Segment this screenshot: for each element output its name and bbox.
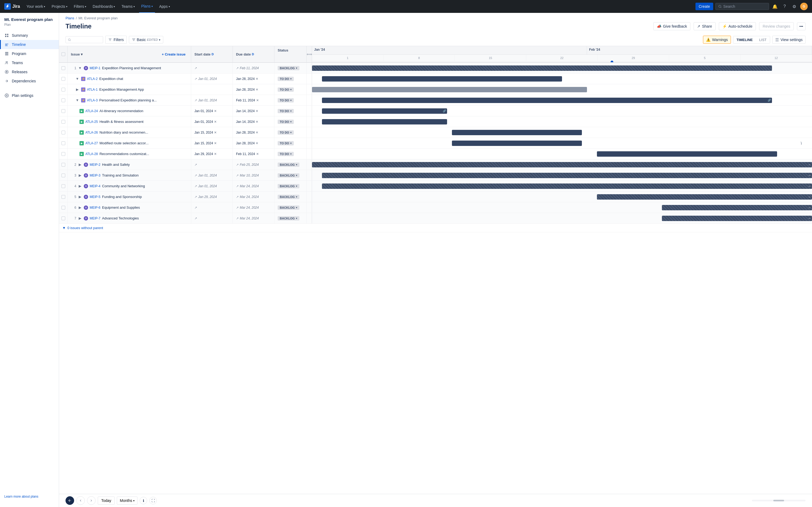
expand-button[interactable]: ▶ xyxy=(78,173,82,178)
issue-key[interactable]: ATLA-24 xyxy=(85,109,98,113)
review-changes-button[interactable]: Review changes xyxy=(759,22,794,30)
breadcrumb-plans-link[interactable]: Plans xyxy=(65,16,74,20)
issue-key[interactable]: ATLA-25 xyxy=(85,120,98,124)
sidebar-item-dependencies[interactable]: Dependencies xyxy=(0,76,59,86)
nav-teams[interactable]: Teams ▾ xyxy=(119,0,137,13)
status-badge[interactable]: TO DO ▾ xyxy=(277,130,294,135)
basic-filter-button[interactable]: Basic EDITED ▾ xyxy=(129,36,163,44)
expand-button[interactable]: ▶ xyxy=(78,216,82,221)
status-badge[interactable]: TO DO ▾ xyxy=(277,120,294,124)
gantt-bar[interactable] xyxy=(322,76,562,81)
status-badge[interactable]: TO DO ▾ xyxy=(277,141,294,146)
start-date-sort[interactable]: D xyxy=(212,53,214,56)
sidebar-footer-link[interactable]: Learn more about plans xyxy=(0,490,59,503)
filters-button[interactable]: Filters xyxy=(105,36,127,44)
timeline-view-button[interactable]: TIMELINE xyxy=(733,36,756,44)
issue-key[interactable]: ATLA-28 xyxy=(85,152,98,156)
issue-key[interactable]: MEIP-5 xyxy=(90,195,100,199)
nav-prev-button[interactable] xyxy=(76,496,85,505)
app-logo[interactable]: Jira xyxy=(4,3,20,10)
sidebar-item-timeline[interactable]: Timeline xyxy=(0,40,59,49)
fullscreen-button[interactable]: ⛶ xyxy=(149,497,157,504)
gantt-bar[interactable]: 🔗 xyxy=(322,98,772,103)
search-input[interactable] xyxy=(723,4,766,9)
status-badge[interactable]: BACKLOG ▾ xyxy=(277,184,299,188)
status-badge[interactable]: TO DO ▾ xyxy=(277,88,294,92)
settings-icon[interactable]: ⚙ xyxy=(791,3,798,10)
create-issue-button[interactable]: + Create issue xyxy=(159,51,188,57)
due-date-sort[interactable]: D xyxy=(252,53,254,56)
status-badge[interactable]: BACKLOG ▾ xyxy=(277,216,299,221)
sidebar-item-program[interactable]: Program xyxy=(0,49,59,58)
status-badge[interactable]: TO DO ▾ xyxy=(277,109,294,113)
expand-button[interactable]: ▶ xyxy=(78,163,82,167)
status-badge[interactable]: BACKLOG ▾ xyxy=(277,163,299,167)
expand-button[interactable]: ▶ xyxy=(78,195,82,199)
warnings-button[interactable]: ⚠️ Warnings xyxy=(703,36,731,44)
sidebar-item-plan-settings[interactable]: Plan settings xyxy=(0,91,59,100)
sidebar-item-teams[interactable]: Teams xyxy=(0,58,59,67)
nav-apps[interactable]: Apps ▾ xyxy=(157,0,172,13)
issue-key[interactable]: MEIP-2 xyxy=(90,163,100,167)
issue-key[interactable]: MEIP-1 xyxy=(90,66,100,70)
select-all-checkbox[interactable] xyxy=(61,52,65,56)
user-avatar[interactable]: G xyxy=(800,3,808,10)
expand-button[interactable]: ▶ xyxy=(78,184,82,188)
issue-search-box[interactable] xyxy=(65,36,103,43)
col-resize-handle[interactable]: ⟺ xyxy=(307,46,312,62)
share-button[interactable]: ↗ Share xyxy=(694,22,715,30)
gantt-bar[interactable]: → xyxy=(662,205,812,210)
issues-without-parent-row[interactable]: ▼ 0 issues without parent xyxy=(59,224,812,232)
view-settings-button[interactable]: View settings xyxy=(772,36,806,44)
issue-key[interactable]: MEIP-7 xyxy=(90,217,100,220)
nav-first-button[interactable] xyxy=(65,496,74,505)
gantt-bar[interactable]: → xyxy=(312,162,812,167)
gantt-bar[interactable] xyxy=(312,87,587,92)
nav-your-work[interactable]: Your work ▾ xyxy=(24,0,47,13)
status-badge[interactable]: TO DO ▾ xyxy=(277,152,294,156)
expand-button[interactable]: ▼ xyxy=(75,77,80,81)
issue-key[interactable]: ATLA-1 xyxy=(87,88,98,92)
expand-button[interactable]: ▼ xyxy=(75,98,80,103)
nav-filters[interactable]: Filters ▾ xyxy=(72,0,88,13)
auto-schedule-button[interactable]: ⚡ Auto-schedule xyxy=(719,22,756,30)
scroll-track[interactable] xyxy=(752,500,806,501)
status-badge[interactable]: BACKLOG ▾ xyxy=(277,206,299,210)
gantt-bar[interactable] xyxy=(452,140,582,146)
nav-plans[interactable]: Plans ▾ xyxy=(139,0,155,13)
gantt-bar[interactable]: 🔗 xyxy=(322,108,447,114)
expand-button[interactable]: ▶ xyxy=(75,88,80,92)
status-badge[interactable]: TO DO ▾ xyxy=(277,98,294,103)
gantt-bar[interactable] xyxy=(597,151,777,157)
status-badge[interactable]: TO DO ▾ xyxy=(277,77,294,81)
gantt-bar[interactable] xyxy=(312,65,772,71)
expand-button[interactable]: ▼ xyxy=(78,66,82,70)
nav-projects[interactable]: Projects ▾ xyxy=(49,0,69,13)
search-box[interactable] xyxy=(715,3,769,10)
issue-search-input[interactable] xyxy=(72,38,101,42)
issue-key[interactable]: ATLA-2 xyxy=(87,77,98,81)
today-button[interactable]: Today xyxy=(98,497,115,505)
gantt-bar[interactable] xyxy=(322,119,447,124)
status-badge[interactable]: BACKLOG ▾ xyxy=(277,173,299,178)
create-button[interactable]: Create xyxy=(696,3,713,10)
gantt-bar[interactable]: → xyxy=(662,216,812,221)
issue-key[interactable]: ATLA-3 xyxy=(87,99,98,102)
nav-dashboards[interactable]: Dashboards ▾ xyxy=(91,0,117,13)
issue-key[interactable]: ATLA-27 xyxy=(85,142,98,145)
row-checkbox[interactable] xyxy=(59,63,68,73)
gantt-bar[interactable]: → xyxy=(597,194,812,200)
issue-sort-button[interactable]: Issue ▾ xyxy=(71,52,83,56)
nav-next-button[interactable] xyxy=(87,496,96,505)
status-badge[interactable]: BACKLOG ▾ xyxy=(277,66,299,70)
gantt-bar[interactable]: → xyxy=(322,173,812,178)
give-feedback-button[interactable]: 📣 Give feedback xyxy=(653,22,691,30)
gantt-bar[interactable]: → xyxy=(322,183,812,189)
notifications-icon[interactable]: 🔔 xyxy=(771,3,779,10)
issue-key[interactable]: MEIP-4 xyxy=(90,184,100,188)
sidebar-item-releases[interactable]: Releases xyxy=(0,67,59,76)
issue-key[interactable]: ATLA-26 xyxy=(85,131,98,134)
scroll-thumb[interactable] xyxy=(773,500,784,501)
more-options-button[interactable]: ••• xyxy=(797,22,806,30)
list-view-button[interactable]: LIST xyxy=(756,36,770,44)
